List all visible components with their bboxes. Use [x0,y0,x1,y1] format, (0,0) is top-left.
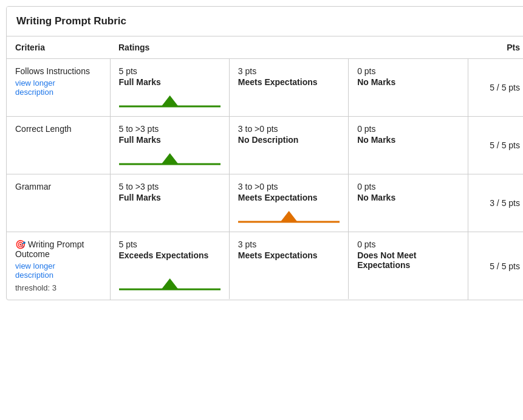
chart-svg [238,208,340,225]
threshold-label: threshold: 3 [15,283,101,292]
rating-block: 3 to >0 pts No Description [230,117,349,174]
rating-pts: 5 to >3 pts [119,182,220,191]
view-longer-link[interactable]: view longerdescription [15,261,55,280]
pts-value: 5 / 5 pts [490,261,520,271]
rating-chart [238,208,340,225]
rating-label: Full Marks [119,135,220,145]
rating-label: Meets Expectations [238,193,340,202]
rating-block: 0 pts No Marks [349,59,467,116]
rubric-table: Criteria Ratings Pts Follows Instruction… [7,36,523,300]
criteria-cell-follows-instructions: Follows Instructionsview longerdescripti… [7,59,110,117]
ratings-cell-writing-prompt-outcome: 5 pts Exceeds Expectations 3 pts Meets E… [110,232,468,300]
rating-pts: 5 to >3 pts [119,124,220,134]
rating-label: Full Marks [119,193,220,202]
rating-label: Does Not Meet Expectations [357,250,459,270]
rating-label: Exceeds Expectations [119,250,220,260]
rating-label: No Marks [357,135,459,145]
rating-pts: 0 pts [357,239,459,249]
ratings-cell-correct-length: 5 to >3 pts Full Marks 3 to >0 pts No De… [110,117,468,174]
outcome-icon: 🎯 [15,239,26,249]
rating-chart-empty [119,208,220,225]
rating-label: Meets Expectations [238,250,340,260]
ratings-cell-follows-instructions: 5 pts Full Marks 3 pts Meets Expectation… [110,59,468,117]
rating-chart-empty [357,208,459,225]
rating-block: 0 pts No Marks [349,117,467,174]
rating-chart-empty [238,93,340,110]
rating-block: 5 to >3 pts Full Marks [111,117,230,174]
chart-svg [119,93,220,110]
svg-marker-1 [161,95,178,106]
rating-pts: 5 pts [119,66,220,76]
rating-pts: 3 pts [238,239,340,249]
pts-cell-grammar: 3 / 5 pts [468,174,523,232]
header-pts: Pts [468,36,523,59]
rating-label: No Description [238,135,340,145]
rating-block: 0 pts No Marks [349,174,467,232]
rating-pts: 0 pts [357,66,459,76]
rating-label: No Marks [357,77,459,87]
rating-block: 5 pts Exceeds Expectations [111,232,230,299]
pts-cell-writing-prompt-outcome: 5 / 5 pts [468,232,523,300]
criteria-cell-correct-length: Correct Length [7,117,110,174]
rating-chart-empty [357,276,459,293]
rating-block: 3 pts Meets Expectations [230,59,349,116]
table-row: Grammar 5 to >3 pts Full Marks 3 to >0 p… [7,174,523,232]
criteria-name: Grammar [15,182,51,191]
rating-chart-empty [238,276,340,293]
rating-chart [119,151,220,168]
rating-pts: 5 pts [119,239,220,249]
rating-pts: 0 pts [357,182,459,191]
rating-label: No Marks [357,193,459,202]
rating-chart-empty [357,151,459,168]
svg-marker-7 [161,278,178,289]
rating-block: 3 to >0 pts Meets Expectations [230,174,349,232]
rating-pts: 3 pts [238,66,340,76]
criteria-cell-writing-prompt-outcome: 🎯Writing Prompt Outcomeview longerdescri… [7,232,110,300]
svg-marker-5 [281,211,298,222]
rating-label: Meets Expectations [238,77,340,87]
rating-chart [119,276,220,293]
rating-pts: 3 to >0 pts [238,182,340,191]
rubric-title: Writing Prompt Rubric [7,7,523,36]
rating-label: Full Marks [119,77,220,87]
criteria-name: Correct Length [15,124,72,134]
pts-value: 3 / 5 pts [490,198,520,208]
svg-marker-3 [161,153,178,164]
ratings-cell-grammar: 5 to >3 pts Full Marks 3 to >0 pts Meets… [110,174,468,232]
pts-cell-correct-length: 5 / 5 pts [468,117,523,174]
pts-cell-follows-instructions: 5 / 5 pts [468,59,523,117]
rating-chart-empty [238,151,340,168]
table-row: Correct Length 5 to >3 pts Full Marks 3 … [7,117,523,174]
header-ratings: Ratings [110,36,468,59]
view-longer-link[interactable]: view longerdescription [15,78,55,97]
rating-block: 3 pts Meets Expectations [230,232,349,299]
pts-value: 5 / 5 pts [490,140,520,150]
rating-chart [119,93,220,110]
chart-svg [119,276,220,293]
criteria-name: Follows Instructions [15,66,90,76]
rating-pts: 3 to >0 pts [238,124,340,134]
rubric-container: Writing Prompt Rubric Criteria Ratings P… [6,6,523,300]
table-row: Follows Instructionsview longerdescripti… [7,59,523,117]
rating-block: 0 pts Does Not Meet Expectations [349,232,467,299]
rating-block: 5 pts Full Marks [111,59,230,116]
table-row: 🎯Writing Prompt Outcomeview longerdescri… [7,232,523,300]
criteria-cell-grammar: Grammar [7,174,110,232]
chart-svg [119,151,220,168]
rating-block: 5 to >3 pts Full Marks [111,174,230,232]
rating-chart-empty [357,93,459,110]
pts-value: 5 / 5 pts [490,83,520,92]
header-criteria: Criteria [7,36,110,59]
rating-pts: 0 pts [357,124,459,134]
